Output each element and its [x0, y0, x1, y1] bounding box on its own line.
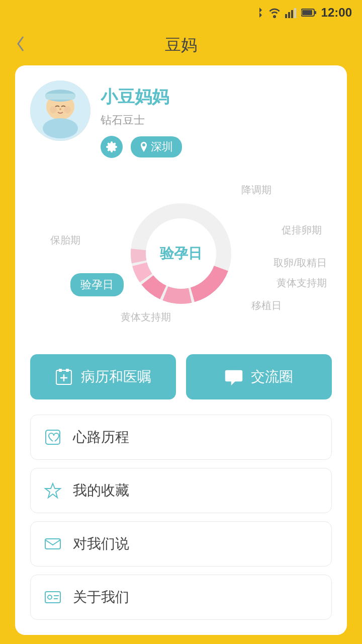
community-button[interactable]: 交流圈	[186, 354, 332, 399]
action-buttons: 病历和医嘱 交流圈	[30, 354, 332, 399]
svg-rect-31	[45, 539, 60, 549]
menu-item-feedback[interactable]: 对我们说	[30, 521, 332, 567]
community-label: 交流圈	[251, 367, 293, 386]
medical-button[interactable]: 病历和医嘱	[30, 354, 176, 399]
menu-item-journey[interactable]: 心路历程	[30, 415, 332, 460]
status-icons	[255, 7, 316, 19]
settings-button[interactable]	[101, 136, 123, 158]
menu-item-favorites[interactable]: 我的收藏	[30, 468, 332, 513]
profile-actions: 深圳	[101, 136, 332, 158]
journey-label: 心路历程	[73, 428, 129, 447]
svg-rect-29	[46, 430, 60, 444]
label-黄体支持期下: 黄体支持期	[121, 310, 171, 324]
svg-point-11	[59, 108, 61, 110]
bluetooth-icon	[255, 7, 264, 19]
wifi-icon	[268, 7, 281, 18]
location-tag[interactable]: 深圳	[131, 136, 182, 157]
main-card: 小豆妈妈 钻石豆士 深圳	[15, 65, 347, 635]
验孕日-badge[interactable]: 验孕日	[70, 273, 124, 296]
status-time: 12:00	[321, 6, 352, 20]
location-label: 深圳	[151, 139, 173, 154]
profile-section: 小豆妈妈 钻石豆士 深圳	[30, 80, 332, 158]
svg-rect-6	[315, 11, 316, 14]
star-icon	[43, 480, 63, 501]
about-label: 关于我们	[73, 588, 129, 607]
back-button[interactable]	[15, 35, 27, 56]
svg-rect-10	[45, 94, 75, 100]
svg-point-27	[233, 375, 235, 377]
svg-marker-30	[45, 484, 60, 498]
menu-item-about[interactable]: 关于我们	[30, 575, 332, 620]
page-title: 豆妈	[165, 34, 197, 56]
card-icon	[43, 587, 63, 607]
nav-bar: 豆妈	[0, 25, 362, 65]
medical-icon	[55, 368, 73, 386]
svg-point-28	[236, 375, 238, 377]
profile-name: 小豆妈妈	[101, 86, 332, 109]
label-移植日: 移植日	[251, 299, 282, 312]
svg-point-33	[48, 595, 52, 599]
medical-label: 病历和医嘱	[81, 367, 151, 386]
svg-rect-2	[291, 10, 293, 18]
label-降调期: 降调期	[241, 183, 272, 197]
status-bar: 12:00	[0, 0, 362, 25]
chart-center-label: 验孕日	[160, 246, 202, 261]
feedback-label: 对我们说	[73, 534, 129, 553]
svg-point-12	[50, 106, 57, 113]
cycle-chart-section: 验孕日 降调期 促排卵期 取卵/取精日 黄体支持期 移植日 黄体支持期 保胎期 …	[30, 168, 332, 339]
svg-rect-24	[59, 369, 62, 372]
mail-icon	[43, 534, 63, 554]
favorites-label: 我的收藏	[73, 481, 129, 500]
avatar	[30, 80, 90, 141]
label-促排卵期: 促排卵期	[282, 223, 322, 237]
heart-icon	[43, 427, 63, 447]
label-取卵取精日: 取卵/取精日	[274, 256, 327, 270]
svg-rect-1	[288, 12, 290, 18]
profile-info: 小豆妈妈 钻石豆士 深圳	[101, 80, 332, 158]
svg-rect-5	[302, 10, 312, 15]
svg-rect-3	[294, 8, 296, 18]
svg-point-14	[43, 118, 78, 138]
label-保胎期: 保胎期	[50, 233, 80, 247]
svg-point-13	[64, 106, 71, 113]
label-黄体支持期右: 黄体支持期	[277, 276, 327, 290]
profile-level: 钻石豆士	[101, 113, 332, 128]
signal-icon	[285, 7, 297, 18]
battery-icon	[301, 8, 316, 17]
chat-icon	[225, 368, 243, 386]
svg-rect-25	[66, 369, 69, 372]
svg-point-26	[229, 375, 231, 377]
chart-center: 验孕日	[160, 244, 202, 263]
svg-rect-0	[285, 14, 287, 18]
menu-list: 心路历程 我的收藏 对我们说	[30, 415, 332, 620]
